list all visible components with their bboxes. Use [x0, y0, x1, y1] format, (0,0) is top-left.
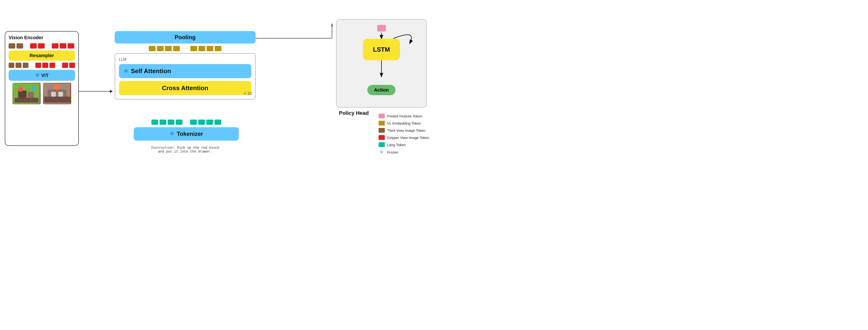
resampler-label: Resampler — [30, 53, 54, 58]
lang-token-7 — [206, 119, 213, 125]
instruction-line2: and put it into the drawer. — [115, 150, 255, 154]
legend-label-frozen: Frozen — [387, 150, 398, 154]
llm-box: LLM ❄ Self Attention Cross Attention × 3… — [115, 53, 255, 100]
legend-item-gripper: Gripper View Image Token — [379, 135, 429, 140]
dots-2: ··· — [46, 44, 51, 48]
self-attention-box: ❄ Self Attention — [119, 64, 251, 78]
instruction-line1: Instruction: Pick up the red block — [115, 146, 255, 150]
svg-point-11 — [54, 84, 60, 90]
dots-1: ··· — [24, 44, 29, 48]
pooling-label: Pooling — [175, 34, 196, 40]
lang-token-row: ··· — [134, 119, 239, 125]
legend-label-lang: Lang Token — [387, 143, 406, 147]
legend-item-vl: VL Embedding Token — [379, 121, 429, 126]
token-red-1 — [30, 43, 37, 49]
legend-color-lang — [379, 142, 385, 147]
policy-head-box: LSTM Action Policy Head — [336, 19, 427, 108]
legend-color-thirdview — [379, 128, 385, 133]
svg-rect-2 — [28, 92, 34, 98]
resampler-box: Resampler — [9, 51, 75, 61]
encoder-to-llm-arrow — [79, 90, 113, 93]
policy-head-title: Policy Head — [339, 110, 369, 116]
vl-token-row: ····· — [115, 46, 255, 51]
token-red-3 — [52, 43, 59, 49]
robot-image-2 — [43, 83, 71, 104]
vit-box: ❄ ViT — [9, 70, 75, 81]
legend-item-frozen: ❄ Frozen — [379, 149, 429, 155]
images-row — [9, 83, 75, 104]
lang-token-5 — [190, 119, 197, 125]
svg-marker-17 — [331, 23, 333, 26]
legend-label-vl: VL Embedding Token — [387, 121, 421, 125]
token-brown-b3 — [23, 63, 28, 68]
token-brown-b1 — [9, 63, 14, 68]
svg-rect-9 — [58, 92, 63, 97]
lang-token-3 — [168, 119, 174, 125]
token-brown-b2 — [16, 63, 21, 68]
vl-token-5 — [190, 46, 197, 51]
legend-item-pooled: Pooled Feature Token — [379, 114, 429, 118]
vl-token-8 — [215, 46, 221, 51]
token-red-2 — [38, 43, 45, 49]
diagram: Vision Encoder ··· ··· Resampler ··· — [0, 0, 434, 165]
lang-token-1 — [151, 119, 158, 125]
bottom-token-row: ··· ··· — [9, 63, 75, 68]
top-token-row: ··· ··· — [9, 43, 75, 49]
dots-b2: ··· — [56, 63, 61, 67]
lstm-label: LSTM — [373, 46, 390, 53]
vl-token-7 — [207, 46, 213, 51]
legend-color-vl — [379, 121, 385, 126]
arrow-head — [110, 90, 113, 93]
robot-image-1 — [12, 83, 41, 104]
vl-token-3 — [165, 46, 172, 51]
action-bubble: Action — [367, 85, 396, 95]
self-attention-snowflake-icon: ❄ — [124, 68, 128, 74]
token-brown-1 — [9, 43, 15, 49]
vl-token-1 — [149, 46, 155, 51]
token-red-b2 — [42, 63, 48, 68]
token-red-b5 — [69, 63, 75, 68]
instruction-text: Instruction: Pick up the red block and p… — [115, 146, 255, 154]
cross-attention-box: Cross Attention — [119, 81, 251, 95]
lang-token-2 — [160, 119, 166, 125]
svg-rect-5 — [14, 98, 38, 103]
token-red-5 — [68, 43, 74, 49]
vl-token-4 — [173, 46, 180, 51]
frozen-snowflake-icon: ❄ — [379, 149, 385, 155]
pooling-bar: Pooling — [115, 31, 255, 44]
lang-dots: ··· — [184, 120, 188, 125]
legend-label-gripper: Gripper View Image Token — [387, 136, 429, 140]
vision-encoder-box: Vision Encoder ··· ··· Resampler ··· — [5, 31, 79, 146]
dots-b1: ··· — [30, 63, 34, 67]
svg-rect-8 — [51, 92, 56, 97]
legend-label-pooled: Pooled Feature Token — [387, 114, 422, 118]
token-red-b1 — [35, 63, 41, 68]
token-red-4 — [60, 43, 66, 49]
lang-token-4 — [176, 119, 183, 125]
token-red-b3 — [50, 63, 55, 68]
vit-snowflake-icon: ❄ — [35, 72, 39, 78]
vl-token-2 — [157, 46, 164, 51]
vl-token-6 — [198, 46, 205, 51]
svg-point-3 — [18, 87, 23, 92]
arrow-line — [79, 91, 110, 91]
svg-point-4 — [32, 86, 36, 90]
pooled-feature-token — [377, 25, 386, 32]
legend-item-lang: Lang Token — [379, 142, 429, 147]
legend-label-thirdview: Third View Image Token — [387, 129, 425, 133]
token-brown-2 — [17, 43, 23, 49]
repeat-label: × 32 — [244, 91, 252, 96]
vl-dots: ····· — [181, 46, 189, 51]
llm-label: LLM — [119, 57, 251, 62]
vision-encoder-title: Vision Encoder — [9, 35, 75, 40]
tokenizer-box: ❄ Tokenizer — [134, 127, 239, 141]
legend-item-thirdview: Third View Image Token — [379, 128, 429, 133]
cross-attention-label: Cross Attention — [162, 84, 208, 92]
action-label: Action — [374, 87, 389, 92]
tokenizer-area: ··· ❄ Tokenizer — [134, 119, 239, 141]
lang-token-8 — [215, 119, 221, 125]
vit-label: ViT — [41, 73, 49, 78]
token-red-b4 — [62, 63, 68, 68]
tokenizer-label: Tokenizer — [177, 131, 203, 137]
tokenizer-snowflake-icon: ❄ — [169, 131, 174, 137]
